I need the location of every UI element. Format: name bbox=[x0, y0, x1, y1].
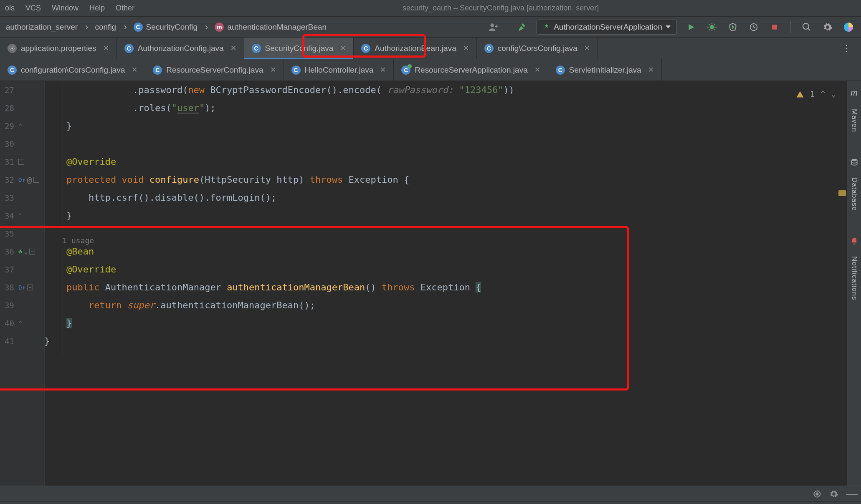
code-line: } bbox=[44, 117, 72, 135]
right-tool-strip: m Maven Database Notifications bbox=[847, 81, 861, 486]
line-number: 38 bbox=[0, 283, 16, 292]
close-icon[interactable]: ✕ bbox=[270, 66, 276, 74]
line-number: 28 bbox=[0, 103, 16, 113]
profiler-button[interactable] bbox=[747, 20, 760, 34]
close-icon[interactable]: ✕ bbox=[103, 44, 109, 53]
editor-tab[interactable]: CResourceServerConfig.java✕ bbox=[145, 59, 284, 81]
hammer-icon[interactable] bbox=[516, 20, 529, 34]
tab-label: ResourceServerApplication.java bbox=[415, 66, 527, 75]
method-icon: m bbox=[215, 23, 224, 32]
close-icon[interactable]: ✕ bbox=[463, 44, 469, 53]
minimize-button[interactable]: — bbox=[846, 487, 858, 501]
breadcrumb-method[interactable]: mauthenticationManagerBean bbox=[215, 23, 327, 32]
editor-tab[interactable]: CSecurityConfig.java✕ bbox=[244, 38, 354, 59]
breadcrumb-class[interactable]: CSecurityConfig bbox=[134, 22, 211, 33]
tab-label: SecurityConfig.java bbox=[265, 44, 334, 53]
maven-tool-button[interactable]: m bbox=[851, 87, 858, 98]
stop-button[interactable] bbox=[768, 20, 781, 34]
editor-tab[interactable]: CHelloController.java✕ bbox=[284, 59, 394, 81]
close-icon[interactable]: ✕ bbox=[230, 44, 236, 53]
editor-tab[interactable]: CServletInitializer.java✕ bbox=[548, 59, 662, 81]
add-user-icon[interactable] bbox=[487, 20, 500, 34]
settings-icon[interactable] bbox=[821, 20, 834, 34]
svg-point-1 bbox=[710, 25, 714, 29]
editor-tabs-row-2: Cconfiguration\CorsConfig.java✕CResource… bbox=[0, 59, 861, 81]
tabs-overflow-button[interactable]: ⋮ bbox=[833, 38, 861, 59]
close-icon[interactable]: ✕ bbox=[340, 44, 346, 53]
toolbar: AuthorizationServerApplication bbox=[487, 20, 855, 35]
fold-toggle-icon[interactable]: − bbox=[33, 177, 39, 183]
debug-button[interactable] bbox=[705, 20, 719, 34]
fold-toggle-icon[interactable]: − bbox=[29, 249, 35, 255]
menu-help[interactable]: Help bbox=[89, 4, 105, 13]
database-label[interactable]: Database bbox=[850, 177, 858, 211]
editor-tabs-row-1: application.properties✕CAuthorizationCon… bbox=[0, 38, 861, 59]
notifications-label[interactable]: Notifications bbox=[850, 256, 858, 300]
menu-vcs[interactable]: VCS bbox=[25, 4, 41, 13]
code-line: @Override bbox=[44, 260, 116, 278]
scrollbar-marker[interactable] bbox=[838, 190, 846, 196]
fold-end-icon[interactable]: ⌃ bbox=[18, 212, 22, 219]
chevron-down-icon[interactable]: ⌄ bbox=[831, 85, 836, 103]
gear-icon[interactable] bbox=[829, 489, 838, 499]
breadcrumbs: authorization_server config CSecurityCon… bbox=[6, 22, 327, 33]
code-line: public AuthenticationManager authenticat… bbox=[44, 278, 481, 296]
warning-icon bbox=[796, 90, 804, 98]
tab-label: application.properties bbox=[21, 44, 96, 53]
class-icon: C bbox=[484, 44, 494, 53]
override-up-icon[interactable]: O↑ bbox=[18, 284, 25, 291]
tab-label: HelloController.java bbox=[305, 66, 374, 75]
tab-label: AuthorizationConfig.java bbox=[138, 44, 224, 53]
chevron-up-icon[interactable]: ^ bbox=[820, 85, 825, 103]
close-icon[interactable]: ✕ bbox=[648, 66, 654, 74]
maven-label[interactable]: Maven bbox=[850, 109, 858, 132]
line-number: 27 bbox=[0, 86, 16, 95]
class-icon: C bbox=[291, 66, 301, 75]
target-icon[interactable] bbox=[813, 489, 822, 499]
fold-end-icon[interactable]: ⌃ bbox=[18, 122, 22, 130]
code-line: @Override bbox=[44, 153, 116, 171]
editor-tab[interactable]: Cconfiguration\CorsConfig.java✕ bbox=[0, 59, 145, 81]
notifications-icon[interactable] bbox=[850, 237, 858, 245]
run-coverage-button[interactable] bbox=[726, 20, 739, 34]
editor-tab[interactable]: application.properties✕ bbox=[0, 38, 117, 59]
bean-icon[interactable]: ☘ bbox=[18, 247, 23, 255]
line-number: 29 bbox=[0, 121, 16, 131]
inspection-widget[interactable]: 1 ^ ⌄ bbox=[796, 85, 836, 103]
editor-gutter[interactable]: 272829⌃3031−32O↑ @ −3334⌃3536☘⌄ −3738O↑ … bbox=[0, 81, 44, 486]
editor-tab[interactable]: Cconfig\CorsConfig.java✕ bbox=[477, 38, 598, 59]
class-icon: C bbox=[153, 66, 162, 75]
code-line: http.csrf().disable().formLogin(); bbox=[44, 189, 276, 207]
menu-tools[interactable]: ols bbox=[5, 4, 15, 13]
menu-other[interactable]: Other bbox=[116, 4, 134, 13]
ide-logo-icon[interactable] bbox=[842, 20, 855, 34]
search-icon[interactable] bbox=[800, 20, 813, 34]
fold-toggle-icon[interactable]: − bbox=[27, 285, 33, 290]
line-number: 40 bbox=[0, 319, 16, 328]
fold-end-icon[interactable]: ⌃ bbox=[18, 320, 22, 327]
breadcrumb-module[interactable]: authorization_server bbox=[6, 22, 91, 33]
database-icon[interactable] bbox=[850, 158, 858, 166]
code-line: return super.authenticationManagerBean()… bbox=[44, 296, 315, 314]
implements-down-icon[interactable]: ⌄ bbox=[24, 248, 28, 255]
run-button[interactable] bbox=[684, 20, 698, 34]
close-icon[interactable]: ✕ bbox=[132, 66, 137, 74]
line-number: 30 bbox=[0, 139, 16, 149]
close-icon[interactable]: ✕ bbox=[380, 66, 386, 74]
close-icon[interactable]: ✕ bbox=[584, 44, 590, 53]
editor-tab[interactable]: CAuthorizationBean.java✕ bbox=[354, 38, 476, 59]
code-line: } bbox=[44, 207, 72, 224]
breadcrumb-package[interactable]: config bbox=[95, 22, 129, 33]
close-icon[interactable]: ✕ bbox=[534, 66, 540, 74]
class-icon: C bbox=[124, 44, 134, 53]
code-editor[interactable]: 1 ^ ⌄ .password(new BCryptPasswordEncode… bbox=[44, 81, 861, 486]
editor-tab[interactable]: CAuthorizationConfig.java✕ bbox=[117, 38, 244, 59]
svg-rect-3 bbox=[772, 25, 777, 30]
override-up-icon[interactable]: O↑ bbox=[18, 176, 25, 183]
code-line: .password(new BCryptPasswordEncoder().en… bbox=[44, 81, 514, 99]
fold-toggle-icon[interactable]: − bbox=[18, 159, 24, 165]
editor-tab[interactable]: CResourceServerApplication.java✕ bbox=[394, 59, 548, 81]
menu-window[interactable]: Window bbox=[52, 4, 79, 13]
class-icon: C bbox=[361, 44, 370, 53]
run-configuration-selector[interactable]: AuthorizationServerApplication bbox=[537, 20, 677, 35]
